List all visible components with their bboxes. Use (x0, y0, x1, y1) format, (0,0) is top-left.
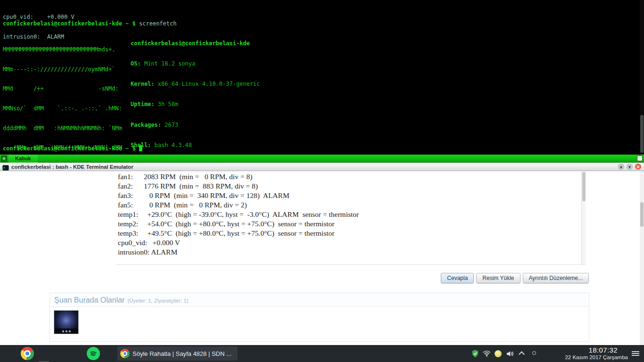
window-title: confickerbelasi : bash - KDE Terminal Em… (11, 163, 133, 171)
terminal-history-line: cpu0_vid: +0.000 V (3, 14, 74, 21)
online-users-header: Şuan Burada Olanlar (Üyeler: 1, Ziyaretç… (50, 293, 589, 307)
sensor-line: fan3: 0 RPM (min = 340 RPM, div = 128) A… (118, 191, 359, 200)
info-label: OS: (131, 60, 141, 67)
sensor-line: cpu0_vid: +0.000 V (118, 238, 359, 247)
new-tab-button[interactable]: + (1, 156, 7, 162)
screenfetch-info-row: Packages: 2673 (131, 122, 277, 128)
prompt-path: ~ (122, 20, 132, 27)
reply-button[interactable]: Cevapla (441, 273, 474, 283)
info-label: Uptime: (131, 101, 155, 107)
terminal-scrollbar-thumb[interactable] (640, 115, 644, 153)
spotify-icon[interactable] (87, 347, 100, 360)
task-label: Söyle Rahatla | Sayfa 4828 | SDN ... (132, 350, 231, 357)
avatar-bar-dot (69, 330, 71, 332)
tray-status-dot-icon[interactable] (532, 351, 536, 355)
info-label: Kernel: (131, 81, 155, 87)
sensor-line: fan5: 0 RPM (min = 0 RPM, div = 2) (118, 200, 359, 210)
sensor-line: temp3: +49.5°C (high = +80.0°C, hyst = +… (118, 229, 359, 238)
avatar-bar-dot (66, 330, 67, 332)
sensors-output-text: fan1: 2083 RPM (min = 0 RPM, div = 8) fa… (118, 172, 359, 257)
terminal-output-area[interactable]: cpu0_vid: +0.000 V intrusion0: ALARM con… (0, 0, 644, 155)
post-action-buttons: Cevapla Resim Yükle Ayrıntılı Düzenleme.… (441, 273, 589, 283)
yakuake-tab-bar: + Kabuk (0, 155, 644, 163)
konsole-icon (2, 164, 9, 170)
quote-scrollbar-thumb[interactable] (582, 172, 586, 201)
close-button[interactable]: × (635, 164, 641, 170)
advanced-edit-button[interactable]: Ayrıntılı Düzenleme... (523, 273, 589, 283)
keep-above-button[interactable]: ∧ (618, 164, 624, 170)
hamburger-bar (632, 353, 639, 354)
quote-scrollbar[interactable] (581, 171, 586, 264)
ascii-art-line: ddddMMh dMM :hNMNMNhNMNMNh: `NMm (3, 125, 122, 132)
shade-button[interactable]: ∨ (627, 164, 633, 170)
hamburger-bar (632, 351, 639, 352)
avatar-overlay-bar (54, 329, 78, 334)
terminal-active-prompt[interactable]: confickerbelasi@confickerbelasi-kde ~ $ (3, 145, 142, 152)
screenfetch-info-row: Kernel: x86_64 Linux 4.10.0-37-generic (131, 81, 277, 87)
volume-icon[interactable] (505, 349, 514, 360)
info-value: 3h 58m (155, 101, 179, 107)
info-value: bash 4.3.48 (151, 142, 192, 148)
prompt-symbol: $ (132, 145, 139, 152)
prompt-path: ~ (122, 145, 132, 152)
typed-command: screenfetch (139, 20, 176, 27)
terminal-cursor (139, 145, 142, 151)
forum-page: fan1: 2083 RPM (min = 0 RPM, div = 8) fa… (0, 171, 644, 345)
expand-tray-chevron-up-icon[interactable] (519, 351, 525, 357)
info-value: Mint 18.2 sonya (141, 60, 196, 67)
prompt-symbol: $ (132, 20, 139, 27)
online-users-panel: Şuan Burada Olanlar (Üyeler: 1, Ziyaretç… (50, 293, 589, 342)
hamburger-bar (632, 355, 639, 356)
wifi-icon[interactable] (482, 349, 491, 360)
sensor-line: intrusion0: ALARM (118, 247, 359, 257)
ascii-art-line: MMNso/` dMM `.::-. .-::.` .hMN: (3, 106, 122, 112)
ascii-art-line: MMm----::-://////////////oymNMd+` (3, 66, 122, 73)
screenfetch-host-title: confickerbelasi@confickerbelasi-kde (131, 40, 277, 47)
sensor-line: fan1: 2083 RPM (min = 0 RPM, div = 8) (118, 172, 359, 181)
taskbar-task-chrome[interactable]: Söyle Rahatla | Sayfa 4828 | SDN ... (117, 346, 238, 361)
ascii-art-line: MMd /++ -sNMd: (3, 86, 122, 92)
prompt-user-host: confickerbelasi@confickerbelasi-kde (3, 20, 122, 27)
media-player-icon[interactable] (37, 360, 50, 362)
security-shield-icon[interactable] (471, 349, 479, 360)
sensor-line: temp1: +29.0°C (high = -39.0°C, hyst = -… (118, 210, 359, 219)
post-code-quote[interactable]: fan1: 2083 RPM (min = 0 RPM, div = 8) fa… (116, 171, 586, 265)
online-users-title: Şuan Burada Olanlar (54, 293, 124, 307)
browser-scrollbar-thumb[interactable] (640, 202, 644, 227)
ascii-art-line: MMMMMMMMMMMMMMMMMMMMMMMMMMMMmds+. (3, 47, 122, 53)
info-value: x86_64 Linux 4.10.0-37-generic (155, 81, 260, 87)
digital-clock[interactable]: 18:07:32 22 Kasım 2017 Çarşamba (565, 346, 628, 361)
panel-toolbox-hamburger-icon[interactable] (632, 351, 639, 357)
notification-circle-icon[interactable] (495, 350, 502, 357)
online-user-avatar[interactable] (54, 310, 79, 334)
terminal-window-titlebar[interactable]: confickerbelasi : bash - KDE Terminal Em… (0, 163, 644, 171)
screenfetch-info-row: OS: Mint 18.2 sonya (131, 60, 277, 67)
google-chrome-icon[interactable] (21, 347, 34, 360)
close-session-button[interactable] (637, 156, 643, 161)
info-label: Packages: (131, 122, 161, 128)
task-favicon-chrome-icon (120, 349, 130, 358)
info-value: 2673 (161, 122, 178, 128)
upload-image-button[interactable]: Resim Yükle (476, 273, 520, 283)
sensor-line: fan2: 1776 RPM (min = 883 RPM, div = 8) (118, 181, 359, 191)
online-users-count: (Üyeler: 1, Ziyaretçiler: 1) (127, 298, 188, 304)
clock-time: 18:07:32 (565, 346, 628, 354)
browser-scrollbar[interactable] (640, 171, 644, 345)
sensor-line: temp2: +54.0°C (high = +80.0°C, hyst = +… (118, 219, 359, 229)
terminal-scrollbar[interactable] (640, 0, 644, 155)
screenfetch-info-row: Uptime: 3h 58m (131, 101, 277, 107)
plasma-panel: Söyle Rahatla | Sayfa 4828 | SDN ... 18:… (0, 345, 644, 362)
clock-date: 22 Kasım 2017 Çarşamba (565, 354, 628, 361)
screenfetch-info-row: Shell: bash 4.3.48 (131, 142, 277, 148)
tab-kabuk[interactable]: Kabuk (8, 155, 38, 163)
prompt-user-host: confickerbelasi@confickerbelasi-kde (3, 145, 122, 152)
avatar-bar-dot (62, 330, 64, 332)
